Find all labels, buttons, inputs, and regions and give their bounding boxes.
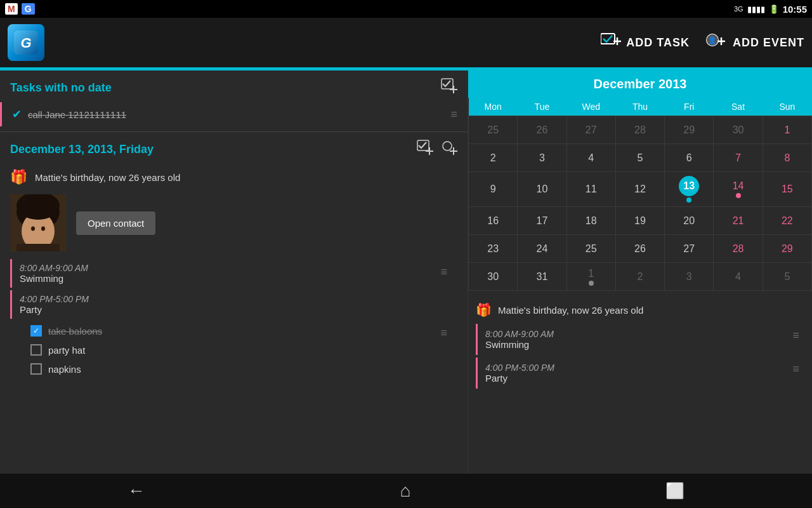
- cal-cell-2-0[interactable]: 9: [469, 172, 518, 207]
- right-party-name: Party: [485, 373, 554, 384]
- gmail-icon: M: [5, 3, 18, 15]
- app-logo: G: [8, 24, 44, 61]
- cal-cell-2-3[interactable]: 12: [615, 172, 664, 207]
- cal-cell-1-6[interactable]: 8: [763, 144, 811, 172]
- add-task-section-icon[interactable]: [441, 78, 457, 97]
- cal-cell-0-5[interactable]: 30: [714, 116, 763, 144]
- svg-rect-2: [601, 34, 615, 44]
- cal-cell-0-1[interactable]: 26: [518, 116, 566, 144]
- cal-cell-1-3[interactable]: 5: [615, 144, 664, 172]
- party-hat-checkbox[interactable]: [30, 344, 42, 356]
- cal-cell-0-0[interactable]: 25: [469, 116, 518, 144]
- party-task-take-baloons[interactable]: take baloons: [30, 321, 102, 340]
- cal-row-2: 9101112131415: [469, 172, 812, 207]
- svg-text:G: G: [20, 35, 31, 51]
- cal-cell-4-3[interactable]: 26: [615, 235, 664, 263]
- cal-cell-1-1[interactable]: 3: [518, 144, 566, 172]
- cal-cell-2-2[interactable]: 11: [566, 172, 615, 207]
- cal-cell-3-6[interactable]: 22: [763, 207, 811, 235]
- take-baloons-checkbox[interactable]: [30, 325, 42, 337]
- cal-weekday-mon: Mon: [469, 98, 518, 116]
- app-bar-right: ADD TASK 👤 ADD EVENT: [601, 32, 804, 53]
- swimming-drag-icon: ≡: [440, 265, 447, 279]
- party-event[interactable]: 4:00 PM-5:00 PM Party: [10, 290, 457, 319]
- cal-cell-5-2[interactable]: 1: [566, 263, 615, 291]
- add-event-label: ADD EVENT: [733, 36, 804, 50]
- party-task-party-hat[interactable]: party hat: [30, 340, 102, 359]
- cal-cell-5-3[interactable]: 2: [615, 263, 664, 291]
- cal-cell-3-1[interactable]: 17: [518, 207, 566, 235]
- date-actions: [417, 140, 457, 159]
- recents-button[interactable]: ⬜: [665, 482, 684, 500]
- right-birthday-event: 🎁 Mattie's birthday, now 26 years old: [476, 296, 804, 324]
- swimming-event[interactable]: 8:00 AM-9:00 AM Swimming ≡: [10, 259, 457, 288]
- cal-cell-4-2[interactable]: 25: [566, 235, 615, 263]
- cal-cell-4-6[interactable]: 29: [763, 235, 811, 263]
- swimming-time-range: 8:00 AM-9:00 AM: [20, 263, 88, 273]
- cal-cell-3-5[interactable]: 21: [714, 207, 763, 235]
- cal-cell-5-4[interactable]: 3: [665, 263, 714, 291]
- cal-cell-2-1[interactable]: 10: [518, 172, 566, 207]
- calendar-header: December 2013: [468, 70, 812, 98]
- cal-row-1: 2345678: [469, 144, 812, 172]
- cal-weekday-fri: Fri: [665, 98, 714, 116]
- cal-cell-5-0[interactable]: 30: [469, 263, 518, 291]
- right-party-event[interactable]: 4:00 PM-5:00 PM Party ≡: [476, 358, 804, 389]
- cal-cell-3-0[interactable]: 16: [469, 207, 518, 235]
- add-contact-icon[interactable]: [441, 140, 457, 159]
- add-task-button[interactable]: ADD TASK: [601, 32, 690, 53]
- cal-cell-1-0[interactable]: 2: [469, 144, 518, 172]
- task-item[interactable]: ✔ call Jane 12121111111 ≡: [0, 102, 468, 126]
- right-events: 🎁 Mattie's birthday, now 26 years old 8:…: [468, 291, 812, 396]
- cal-cell-0-4[interactable]: 29: [665, 116, 714, 144]
- cal-cell-5-1[interactable]: 31: [518, 263, 566, 291]
- party-time-range: 4:00 PM-5:00 PM: [20, 294, 89, 304]
- cal-cell-2-4[interactable]: 13: [665, 172, 714, 207]
- add-event-icon: 👤: [705, 32, 728, 53]
- status-bar: M G 3G ▮▮▮▮ 🔋 10:55: [0, 0, 812, 18]
- napkins-checkbox[interactable]: [30, 363, 42, 375]
- cal-cell-2-6[interactable]: 15: [763, 172, 811, 207]
- cal-cell-4-1[interactable]: 24: [518, 235, 566, 263]
- party-tasks-section: take baloons party hat napkins: [10, 321, 457, 378]
- main-content: Tasks with no date ✔ call Jane 121211111…: [0, 70, 812, 474]
- svg-point-25: [41, 227, 45, 231]
- cal-cell-1-2[interactable]: 4: [566, 144, 615, 172]
- party-event-content: 4:00 PM-5:00 PM Party: [20, 294, 89, 315]
- cal-weekday-sat: Sat: [714, 98, 763, 116]
- cal-cell-0-3[interactable]: 28: [615, 116, 664, 144]
- tasks-header: Tasks with no date: [0, 70, 468, 102]
- cal-cell-1-5[interactable]: 7: [714, 144, 763, 172]
- open-contact-button[interactable]: Open contact: [76, 211, 155, 235]
- swimming-event-content: 8:00 AM-9:00 AM Swimming: [20, 263, 88, 284]
- cal-cell-4-4[interactable]: 27: [665, 235, 714, 263]
- cal-cell-3-4[interactable]: 20: [665, 207, 714, 235]
- cal-cell-3-2[interactable]: 18: [566, 207, 615, 235]
- back-button[interactable]: ←: [128, 481, 145, 501]
- task-drag-icon: ≡: [450, 108, 457, 121]
- cal-cell-4-0[interactable]: 23: [469, 235, 518, 263]
- cal-cell-4-5[interactable]: 28: [714, 235, 763, 263]
- party-task-napkins[interactable]: napkins: [30, 359, 102, 378]
- party-drag-icon: ≡: [440, 326, 447, 340]
- cal-cell-2-5[interactable]: 14: [714, 172, 763, 207]
- cal-cell-5-6[interactable]: 5: [763, 263, 811, 291]
- add-task-date-icon[interactable]: [417, 140, 433, 159]
- home-button[interactable]: ⌂: [400, 481, 411, 501]
- cal-cell-5-5[interactable]: 4: [714, 263, 763, 291]
- cal-cell-1-4[interactable]: 6: [665, 144, 714, 172]
- swimming-event-name: Swimming: [20, 273, 88, 284]
- right-swimming-event[interactable]: 8:00 AM-9:00 AM Swimming ≡: [476, 324, 804, 355]
- right-swimming-name: Swimming: [485, 339, 554, 350]
- cal-cell-0-2[interactable]: 27: [566, 116, 615, 144]
- birthday-text: Mattie's birthday, now 26 years old: [35, 172, 180, 183]
- cal-cell-0-6[interactable]: 1: [763, 116, 811, 144]
- time-display: 10:55: [783, 4, 807, 15]
- status-bar-left: M G: [5, 3, 35, 15]
- add-event-button[interactable]: 👤 ADD EVENT: [705, 32, 804, 53]
- cal-cell-3-3[interactable]: 19: [615, 207, 664, 235]
- signal-icon: 3G: [734, 5, 743, 13]
- cal-dot-2-4: [686, 197, 691, 203]
- cal-weekday-tue: Tue: [518, 98, 566, 116]
- right-swimming-content: 8:00 AM-9:00 AM Swimming: [485, 329, 554, 350]
